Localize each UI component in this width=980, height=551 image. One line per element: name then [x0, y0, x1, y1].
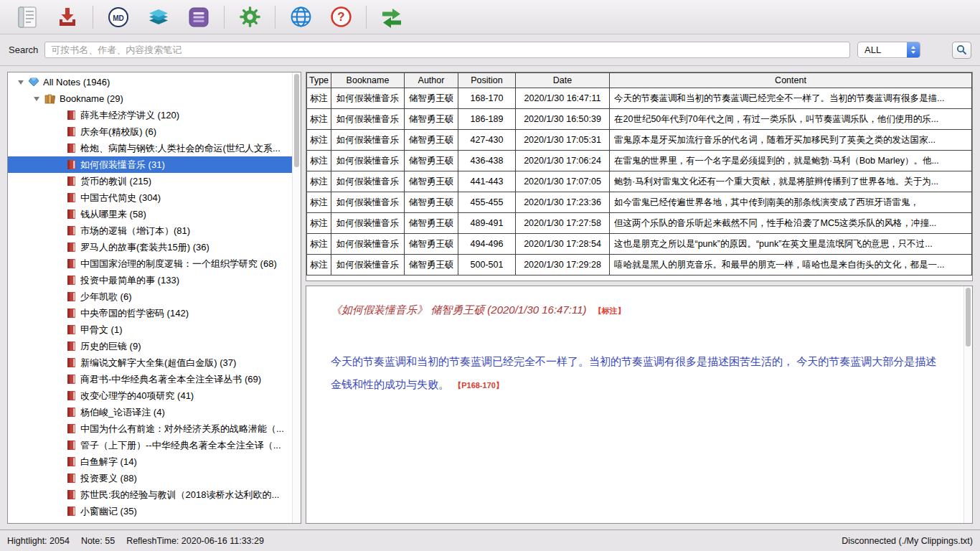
book-icon — [67, 275, 76, 286]
markdown-icon[interactable]: MD — [103, 3, 134, 32]
column-header-content[interactable]: Content — [610, 73, 972, 88]
tree-item-book[interactable]: 如何假装懂音乐 (31) — [8, 156, 301, 173]
cell-date: 2020/1/30 17:06:24 — [516, 151, 610, 171]
cell-bookname: 如何假装懂音乐 — [331, 171, 405, 192]
toolbar: MD — [0, 0, 980, 34]
scrollbar-thumb[interactable] — [294, 74, 299, 167]
cell-date: 2020/1/30 17:28:54 — [516, 234, 610, 255]
book-label: 甲骨文 (1) — [80, 324, 123, 336]
tree-item-book[interactable]: 中国为什么有前途：对外经济关系的战略潜能（... — [8, 420, 301, 437]
book-icon — [67, 341, 76, 352]
tree-item-book[interactable]: 从零开始学写作: 个人增值的有效方法 (6) — [8, 519, 301, 524]
tree-item-book[interactable]: 枪炮、病菌与钢铁:人类社会的命运(世纪人文系... — [8, 140, 301, 156]
tree-item-book[interactable]: 少年凯歌 (6) — [8, 288, 301, 305]
filter-dropdown[interactable]: ALL — [857, 42, 920, 58]
cell-bookname: 如何假装懂音乐 — [331, 255, 405, 276]
tree-item-book[interactable]: 货币的教训 (215) — [8, 173, 301, 189]
note-table-row[interactable]: 标注 如何假装懂音乐 储智勇王硕 186-189 2020/1/30 16:50… — [307, 109, 972, 130]
note-table-row[interactable]: 标注 如何假装懂音乐 储智勇王硕 455-455 2020/1/30 17:23… — [307, 192, 972, 213]
tree-item-book[interactable]: 管子（上下册）--中华经典名著全本全注全译（... — [8, 437, 301, 453]
tree-item-book[interactable]: 商君书-中华经典名著全本全注全译丛书 (69) — [8, 371, 301, 387]
cell-bookname: 如何假装懂音乐 — [331, 130, 405, 151]
tree-item-book[interactable]: 庆余年(精校版) (6) — [8, 123, 301, 140]
search-label: Search — [9, 44, 38, 55]
tree-item-book[interactable]: 薛兆丰经济学讲义 (120) — [8, 107, 301, 123]
cell-content: 如今雷鬼已经传遍世界各地，其中传到南美的那条线演变成了西班牙语雷鬼， — [610, 192, 972, 213]
note-table-row[interactable]: 标注 如何假装懂音乐 储智勇王硕 494-496 2020/1/30 17:28… — [307, 234, 972, 255]
expander-icon[interactable] — [34, 97, 39, 101]
tree-item-book[interactable]: 甲骨文 (1) — [8, 321, 301, 338]
detail-type-tag: 【标注】 — [594, 306, 626, 315]
tree-item-book[interactable]: 小窗幽记 (35) — [8, 503, 301, 519]
book-label: 白鱼解字 (14) — [80, 456, 137, 468]
scrollbar-thumb[interactable] — [966, 288, 971, 347]
cell-date: 2020/1/30 17:05:31 — [516, 130, 610, 151]
cell-author: 储智勇王硕 — [405, 151, 458, 171]
note-table-row[interactable]: 标注 如何假装懂音乐 储智勇王硕 441-443 2020/1/30 17:07… — [307, 171, 972, 192]
book-icon — [67, 159, 76, 170]
column-header-bookname[interactable]: Bookname — [331, 73, 405, 88]
column-header-date[interactable]: Date — [516, 73, 610, 88]
book-icon — [67, 242, 76, 253]
cell-content: 鲍勃·马利对雷鬼文化还有一个重大贡献，就是将脏辫传播到了世界各地。关于为... — [610, 171, 972, 192]
sync-icon[interactable] — [376, 3, 407, 32]
tree-item-book[interactable]: 白鱼解字 (14) — [8, 453, 301, 470]
cell-date: 2020/1/30 16:50:39 — [516, 109, 610, 130]
tree-item-book[interactable]: 中国国家治理的制度逻辑：一个组织学研究 (68) — [8, 255, 301, 272]
cell-type: 标注 — [307, 171, 331, 192]
tree-item-book[interactable]: 杨伯峻_论语译注 (4) — [8, 404, 301, 420]
book-label: 市场的逻辑（增订本）(81) — [80, 225, 190, 237]
note-table-row[interactable]: 标注 如何假装懂音乐 储智勇王硕 436-438 2020/1/30 17:06… — [307, 151, 972, 171]
help-icon[interactable]: ? — [325, 3, 357, 32]
column-header-position[interactable]: Position — [458, 73, 516, 88]
cell-author: 储智勇王硕 — [405, 109, 458, 130]
book-label: 钱从哪里来 (58) — [80, 208, 146, 221]
tree-item-book[interactable]: 历史的巨镜 (9) — [8, 338, 301, 354]
expander-icon[interactable] — [18, 80, 24, 85]
note-table-row[interactable]: 标注 如何假装懂音乐 储智勇王硕 168-170 2020/1/30 16:47… — [307, 88, 972, 109]
database-icon[interactable] — [183, 3, 215, 32]
tree-item-book[interactable]: 市场的逻辑（增订本）(81) — [8, 222, 301, 239]
cell-position: 500-501 — [458, 255, 516, 276]
globe-icon[interactable] — [285, 3, 316, 32]
layers-icon[interactable] — [143, 3, 174, 32]
search-button[interactable] — [952, 42, 971, 59]
note-detail-pane: 《如何假装懂音乐》 储智勇王硕 (2020/1/30 16:47:11) 【标注… — [306, 286, 973, 524]
book-icon — [67, 456, 76, 467]
note-table-row[interactable]: 标注 如何假装懂音乐 储智勇王硕 427-430 2020/1/30 17:05… — [307, 130, 972, 151]
tree-item-book[interactable]: 新编说文解字大全集(超值白金版) (37) — [8, 354, 301, 371]
tree-item-book[interactable]: 苏世民:我的经验与教训（2018读桥水达利欧的... — [8, 486, 301, 503]
search-input[interactable] — [44, 42, 850, 58]
import-icon[interactable] — [52, 3, 83, 32]
cell-position: 489-491 — [458, 213, 516, 234]
column-header-type[interactable]: Type — [307, 73, 331, 88]
book-tree: All Notes (1946) Bookname (29) — [8, 72, 301, 524]
book-icon — [67, 291, 76, 302]
tree-item-book[interactable]: 投资要义 (88) — [8, 470, 301, 486]
book-label: 苏世民:我的经验与教训（2018读桥水达利欧的... — [80, 489, 279, 501]
tree-item-book[interactable]: 钱从哪里来 (58) — [8, 206, 301, 222]
tree-item-bookname[interactable]: Bookname (29) — [8, 90, 301, 107]
notes-icon[interactable] — [11, 3, 43, 32]
tree-item-all-notes[interactable]: All Notes (1946) — [8, 74, 301, 90]
settings-icon[interactable] — [234, 3, 265, 32]
book-icon — [67, 374, 76, 385]
tree-item-book[interactable]: 投资中最简单的事 (133) — [8, 272, 301, 288]
book-icon — [67, 308, 76, 319]
tree-item-book[interactable]: 改变心理学的40项研究 (41) — [8, 387, 301, 404]
detail-scrollbar[interactable] — [963, 286, 972, 523]
tree-item-book[interactable]: 罗马人的故事(套装共15册) (36) — [8, 239, 301, 255]
book-icon — [67, 225, 76, 236]
cell-bookname: 如何假装懂音乐 — [331, 213, 405, 234]
cell-date: 2020/1/30 17:23:36 — [516, 192, 610, 213]
cell-content: 这也是朋克之所以是“punk”的原因。“punk”在英文里是流氓阿飞的意思，只不… — [610, 234, 972, 255]
note-table-row[interactable]: 标注 如何假装懂音乐 储智勇王硕 489-491 2020/1/30 17:27… — [307, 213, 972, 234]
book-icon — [67, 126, 76, 137]
book-label: 商君书-中华经典名著全本全注全译丛书 (69) — [80, 373, 261, 386]
column-header-author[interactable]: Author — [405, 73, 458, 88]
tree-item-book[interactable]: 中央帝国的哲学密码 (142) — [8, 305, 301, 321]
sidebar-scrollbar[interactable] — [292, 72, 301, 523]
tree-item-book[interactable]: 中国古代简史 (304) — [8, 189, 301, 206]
right-column: Type Bookname Author Position Date Conte… — [306, 72, 973, 524]
note-table-row[interactable]: 标注 如何假装懂音乐 储智勇王硕 500-501 2020/1/30 17:29… — [307, 255, 972, 276]
